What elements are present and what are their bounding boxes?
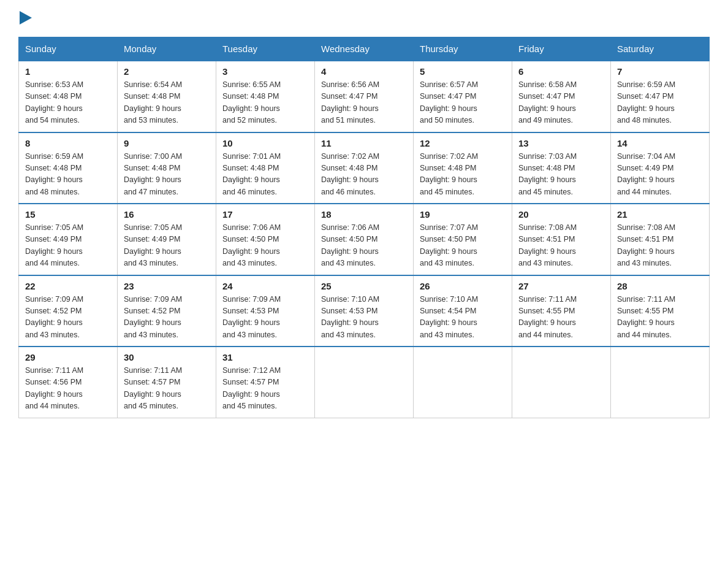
- day-info: Sunrise: 6:59 AM Sunset: 4:48 PM Dayligh…: [25, 151, 111, 199]
- calendar-cell: 9 Sunrise: 7:00 AM Sunset: 4:48 PM Dayli…: [118, 132, 216, 204]
- day-info: Sunrise: 7:00 AM Sunset: 4:48 PM Dayligh…: [124, 151, 210, 199]
- calendar-cell: 16 Sunrise: 7:05 AM Sunset: 4:49 PM Dayl…: [118, 204, 216, 275]
- day-number: 2: [124, 66, 210, 77]
- day-info: Sunrise: 7:10 AM Sunset: 4:54 PM Dayligh…: [420, 294, 506, 342]
- weekday-header-friday: Friday: [512, 37, 611, 61]
- day-number: 11: [321, 138, 407, 148]
- calendar-cell: 2 Sunrise: 6:54 AM Sunset: 4:48 PM Dayli…: [118, 61, 216, 132]
- logo: [18, 12, 32, 25]
- day-number: 10: [222, 138, 308, 148]
- day-number: 3: [222, 66, 308, 77]
- calendar-cell: [512, 347, 611, 418]
- calendar-cell: 4 Sunrise: 6:56 AM Sunset: 4:47 PM Dayli…: [315, 61, 414, 132]
- day-number: 28: [617, 281, 703, 291]
- weekday-header-wednesday: Wednesday: [315, 37, 414, 61]
- day-info: Sunrise: 7:05 AM Sunset: 4:49 PM Dayligh…: [124, 222, 210, 270]
- calendar-cell: [315, 347, 414, 418]
- calendar-cell: 11 Sunrise: 7:02 AM Sunset: 4:48 PM Dayl…: [315, 132, 414, 204]
- calendar-week-1: 1 Sunrise: 6:53 AM Sunset: 4:48 PM Dayli…: [19, 61, 710, 132]
- day-number: 12: [420, 138, 506, 148]
- day-number: 16: [124, 209, 210, 220]
- calendar-cell: 8 Sunrise: 6:59 AM Sunset: 4:48 PM Dayli…: [19, 132, 118, 204]
- calendar-cell: 15 Sunrise: 7:05 AM Sunset: 4:49 PM Dayl…: [19, 204, 118, 275]
- day-number: 20: [518, 209, 604, 220]
- day-info: Sunrise: 6:53 AM Sunset: 4:48 PM Dayligh…: [25, 79, 111, 127]
- day-info: Sunrise: 7:12 AM Sunset: 4:57 PM Dayligh…: [222, 365, 308, 413]
- day-number: 31: [222, 352, 308, 362]
- day-info: Sunrise: 6:57 AM Sunset: 4:47 PM Dayligh…: [420, 79, 506, 127]
- day-info: Sunrise: 7:10 AM Sunset: 4:53 PM Dayligh…: [321, 294, 407, 342]
- day-number: 5: [420, 66, 506, 77]
- calendar-cell: 28 Sunrise: 7:11 AM Sunset: 4:55 PM Dayl…: [611, 275, 710, 347]
- calendar-cell: [611, 347, 710, 418]
- day-info: Sunrise: 7:09 AM Sunset: 4:53 PM Dayligh…: [222, 294, 308, 342]
- day-info: Sunrise: 7:06 AM Sunset: 4:50 PM Dayligh…: [222, 222, 308, 270]
- day-number: 8: [25, 138, 111, 148]
- day-number: 22: [25, 281, 111, 291]
- day-number: 14: [617, 138, 703, 148]
- weekday-header-tuesday: Tuesday: [216, 37, 315, 61]
- weekday-header-thursday: Thursday: [414, 37, 512, 61]
- calendar-cell: 3 Sunrise: 6:55 AM Sunset: 4:48 PM Dayli…: [216, 61, 315, 132]
- calendar-cell: 20 Sunrise: 7:08 AM Sunset: 4:51 PM Dayl…: [512, 204, 611, 275]
- day-info: Sunrise: 7:11 AM Sunset: 4:57 PM Dayligh…: [124, 365, 210, 413]
- calendar-cell: 31 Sunrise: 7:12 AM Sunset: 4:57 PM Dayl…: [216, 347, 315, 418]
- calendar-cell: 22 Sunrise: 7:09 AM Sunset: 4:52 PM Dayl…: [19, 275, 118, 347]
- day-number: 30: [124, 352, 210, 362]
- calendar-cell: 18 Sunrise: 7:06 AM Sunset: 4:50 PM Dayl…: [315, 204, 414, 275]
- calendar-table: SundayMondayTuesdayWednesdayThursdayFrid…: [18, 37, 710, 418]
- day-info: Sunrise: 7:09 AM Sunset: 4:52 PM Dayligh…: [124, 294, 210, 342]
- day-info: Sunrise: 7:09 AM Sunset: 4:52 PM Dayligh…: [25, 294, 111, 342]
- calendar-cell: 12 Sunrise: 7:02 AM Sunset: 4:48 PM Dayl…: [414, 132, 512, 204]
- calendar-cell: [414, 347, 512, 418]
- day-number: 26: [420, 281, 506, 291]
- calendar-cell: 24 Sunrise: 7:09 AM Sunset: 4:53 PM Dayl…: [216, 275, 315, 347]
- calendar-cell: 10 Sunrise: 7:01 AM Sunset: 4:48 PM Dayl…: [216, 132, 315, 204]
- day-info: Sunrise: 7:11 AM Sunset: 4:56 PM Dayligh…: [25, 365, 111, 413]
- day-number: 6: [518, 66, 604, 77]
- svg-marker-0: [20, 11, 32, 25]
- calendar-week-4: 22 Sunrise: 7:09 AM Sunset: 4:52 PM Dayl…: [19, 275, 710, 347]
- calendar-cell: 23 Sunrise: 7:09 AM Sunset: 4:52 PM Dayl…: [118, 275, 216, 347]
- day-info: Sunrise: 7:03 AM Sunset: 4:48 PM Dayligh…: [518, 151, 604, 199]
- weekday-header-row: SundayMondayTuesdayWednesdayThursdayFrid…: [19, 37, 710, 61]
- calendar-cell: 19 Sunrise: 7:07 AM Sunset: 4:50 PM Dayl…: [414, 204, 512, 275]
- weekday-header-sunday: Sunday: [19, 37, 118, 61]
- calendar-cell: 29 Sunrise: 7:11 AM Sunset: 4:56 PM Dayl…: [19, 347, 118, 418]
- day-info: Sunrise: 7:11 AM Sunset: 4:55 PM Dayligh…: [617, 294, 703, 342]
- day-info: Sunrise: 6:58 AM Sunset: 4:47 PM Dayligh…: [518, 79, 604, 127]
- calendar-cell: 17 Sunrise: 7:06 AM Sunset: 4:50 PM Dayl…: [216, 204, 315, 275]
- day-info: Sunrise: 6:54 AM Sunset: 4:48 PM Dayligh…: [124, 79, 210, 127]
- day-info: Sunrise: 7:11 AM Sunset: 4:55 PM Dayligh…: [518, 294, 604, 342]
- day-number: 21: [617, 209, 703, 220]
- day-number: 4: [321, 66, 407, 77]
- day-info: Sunrise: 6:55 AM Sunset: 4:48 PM Dayligh…: [222, 79, 308, 127]
- day-info: Sunrise: 6:59 AM Sunset: 4:47 PM Dayligh…: [617, 79, 703, 127]
- day-info: Sunrise: 7:08 AM Sunset: 4:51 PM Dayligh…: [617, 222, 703, 270]
- calendar-cell: 25 Sunrise: 7:10 AM Sunset: 4:53 PM Dayl…: [315, 275, 414, 347]
- calendar-cell: 26 Sunrise: 7:10 AM Sunset: 4:54 PM Dayl…: [414, 275, 512, 347]
- day-info: Sunrise: 7:02 AM Sunset: 4:48 PM Dayligh…: [420, 151, 506, 199]
- day-info: Sunrise: 7:01 AM Sunset: 4:48 PM Dayligh…: [222, 151, 308, 199]
- calendar-cell: 6 Sunrise: 6:58 AM Sunset: 4:47 PM Dayli…: [512, 61, 611, 132]
- weekday-header-monday: Monday: [118, 37, 216, 61]
- calendar-cell: 13 Sunrise: 7:03 AM Sunset: 4:48 PM Dayl…: [512, 132, 611, 204]
- day-number: 1: [25, 66, 111, 77]
- page-header: [18, 12, 710, 25]
- day-info: Sunrise: 7:05 AM Sunset: 4:49 PM Dayligh…: [25, 222, 111, 270]
- day-number: 29: [25, 352, 111, 362]
- calendar-cell: 30 Sunrise: 7:11 AM Sunset: 4:57 PM Dayl…: [118, 347, 216, 418]
- calendar-week-5: 29 Sunrise: 7:11 AM Sunset: 4:56 PM Dayl…: [19, 347, 710, 418]
- calendar-cell: 21 Sunrise: 7:08 AM Sunset: 4:51 PM Dayl…: [611, 204, 710, 275]
- calendar-cell: 27 Sunrise: 7:11 AM Sunset: 4:55 PM Dayl…: [512, 275, 611, 347]
- day-number: 18: [321, 209, 407, 220]
- day-info: Sunrise: 7:06 AM Sunset: 4:50 PM Dayligh…: [321, 222, 407, 270]
- day-number: 9: [124, 138, 210, 148]
- day-info: Sunrise: 7:04 AM Sunset: 4:49 PM Dayligh…: [617, 151, 703, 199]
- calendar-week-3: 15 Sunrise: 7:05 AM Sunset: 4:49 PM Dayl…: [19, 204, 710, 275]
- day-number: 23: [124, 281, 210, 291]
- day-number: 7: [617, 66, 703, 77]
- logo-arrow-icon: [20, 11, 32, 25]
- calendar-cell: 14 Sunrise: 7:04 AM Sunset: 4:49 PM Dayl…: [611, 132, 710, 204]
- day-number: 19: [420, 209, 506, 220]
